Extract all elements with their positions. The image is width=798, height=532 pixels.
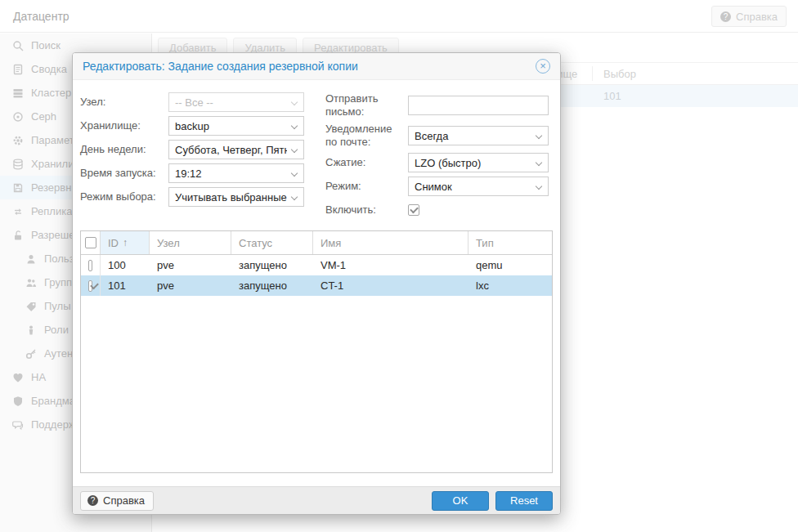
enable-checkbox[interactable] (408, 204, 419, 216)
chevron-down-icon (536, 132, 542, 139)
chevron-down-icon (536, 159, 542, 166)
sort-asc-icon: ↑ (123, 237, 128, 248)
selection-mode-combo[interactable]: Учитывать выбранные (168, 187, 304, 207)
select-all-checkbox-cell[interactable] (81, 231, 101, 254)
dialog-help-button[interactable]: ? Справка (80, 491, 154, 511)
close-icon[interactable]: × (536, 59, 550, 74)
ok-button[interactable]: OK (432, 491, 489, 511)
dialog-footer: ? Справка OK Reset (73, 486, 560, 514)
table-row-vm-100[interactable]: 100 pve запущено VM-1 qemu (81, 255, 552, 275)
send-email-label: Отправить письмо: (316, 92, 408, 118)
start-time-combo[interactable]: 19:12 (168, 163, 304, 183)
compression-label: Сжатие: (316, 156, 408, 169)
dialog-title: Редактировать: Задание создания резервно… (83, 60, 536, 73)
chevron-down-icon (291, 194, 298, 200)
start-time-label: Время запуска: (80, 167, 168, 180)
day-of-week-combo[interactable]: Суббота, Четверг, Пятница (168, 140, 304, 159)
storage-combo[interactable]: backup (168, 116, 304, 136)
column-header-id[interactable]: ID ↑ (101, 231, 150, 254)
reset-button[interactable]: Reset (495, 491, 553, 511)
mode-combo[interactable]: Снимок (408, 177, 549, 196)
day-of-week-label: День недели: (80, 143, 168, 156)
chevron-down-icon (291, 123, 298, 129)
backup-job-form: Узел: -- Все -- Хранилище: backup День н… (80, 92, 553, 220)
row-checkbox-cell[interactable] (81, 275, 101, 296)
column-header-node[interactable]: Узел (150, 231, 231, 254)
dialog-header[interactable]: Редактировать: Задание создания резервно… (73, 53, 560, 80)
question-icon: ? (87, 495, 98, 506)
email-notification-label: Уведомление по почте: (316, 123, 408, 149)
guest-table-header: ID ↑ Узел Статус Имя Тип (81, 231, 552, 255)
node-label: Узел: (80, 96, 168, 109)
edit-backup-job-dialog: Редактировать: Задание создания резервно… (72, 52, 561, 515)
node-combo[interactable]: -- Все -- (168, 92, 304, 112)
column-header-type[interactable]: Тип (468, 231, 552, 254)
email-notification-combo[interactable]: Всегда (408, 126, 549, 145)
select-all-checkbox[interactable] (85, 237, 96, 248)
enable-label: Включить: (316, 203, 408, 217)
guest-selection-table: ID ↑ Узел Статус Имя Тип (80, 230, 553, 473)
row-checkbox[interactable] (88, 280, 92, 292)
column-header-status[interactable]: Статус (231, 231, 313, 254)
chevron-down-icon (291, 170, 298, 177)
selection-mode-label: Режим выбора: (80, 190, 168, 203)
storage-label: Хранилище: (80, 119, 168, 132)
send-email-input[interactable] (408, 96, 549, 115)
row-checkbox-cell[interactable] (81, 255, 101, 275)
compression-combo[interactable]: LZO (быстро) (408, 153, 549, 172)
table-row-ct-101[interactable]: 101 pve запущено CT-1 lxc (81, 275, 552, 296)
chevron-down-icon (536, 183, 542, 190)
mode-label: Режим: (316, 180, 408, 193)
row-checkbox[interactable] (88, 260, 92, 271)
column-header-name[interactable]: Имя (313, 231, 468, 254)
chevron-down-icon (291, 146, 298, 153)
dialog-body: Узел: -- Все -- Хранилище: backup День н… (73, 80, 560, 486)
table-empty-area (81, 296, 552, 472)
chevron-down-icon (291, 99, 298, 105)
